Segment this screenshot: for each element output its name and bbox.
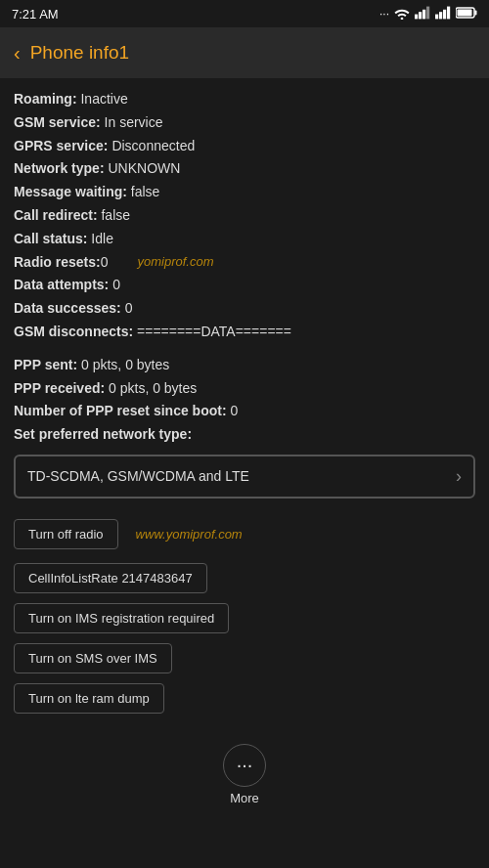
cellinfo-list-rate-button[interactable]: CellInfoListRate 2147483647: [14, 563, 207, 593]
data-attempts-value: 0: [112, 277, 120, 292]
roaming-line: Roaming: Inactive: [14, 88, 475, 111]
svg-rect-10: [475, 10, 477, 15]
call-redirect-value: false: [101, 207, 130, 223]
svg-rect-3: [422, 9, 425, 19]
data-successes-label: Data successes:: [14, 300, 121, 316]
turn-on-lte-ram-dump-button[interactable]: Turn on lte ram dump: [14, 683, 164, 714]
more-section: ··· More: [14, 730, 475, 825]
gprs-service-value: Disconnected: [111, 138, 195, 153]
back-button[interactable]: ‹: [14, 42, 21, 65]
message-waiting-label: Message waiting:: [14, 184, 127, 199]
gprs-service-line: GPRS service: Disconnected: [14, 135, 475, 158]
ims-reg-button-row: Turn on IMS registration required: [14, 598, 475, 638]
ppp-section: PPP sent: 0 pkts, 0 bytes PPP received: …: [14, 354, 475, 447]
watermark2: www.yomiprof.com: [136, 527, 243, 542]
ppp-sent-line: PPP sent: 0 pkts, 0 bytes: [14, 354, 475, 377]
svg-rect-2: [419, 12, 422, 19]
gsm-service-label: GSM service:: [14, 114, 101, 130]
preferred-network-label: Set preferred network type:: [14, 426, 192, 442]
network-type-label: Network type:: [14, 160, 105, 176]
message-waiting-line: Message waiting: false: [14, 181, 475, 204]
ppp-received-value: 0 pkts, 0 bytes: [109, 380, 197, 396]
spacer1: [14, 344, 475, 354]
call-status-label: Call status:: [14, 231, 87, 246]
sms-ims-button-row: Turn on SMS over IMS: [14, 638, 475, 678]
roaming-value: Inactive: [80, 91, 127, 107]
gsm-service-line: GSM service: In service: [14, 111, 475, 135]
radio-resets-label: Radio resets:: [14, 251, 101, 275]
data-attempts-line: Data attempts: 0: [14, 274, 475, 297]
title-bar: ‹ Phone info1: [0, 27, 489, 78]
status-time: 7:21 AM: [12, 7, 59, 22]
buttons-section: Turn off radio www.yomiprof.com CellInfo…: [14, 506, 475, 722]
data-successes-value: 0: [125, 300, 133, 316]
message-waiting-value: false: [131, 184, 160, 199]
svg-rect-11: [458, 9, 472, 16]
ppp-reset-line: Number of PPP reset since boot: 0: [14, 400, 475, 423]
gprs-service-label: GPRS service:: [14, 138, 109, 153]
radio-resets-line: Radio resets: 0 yomiprof.com: [14, 251, 475, 275]
chevron-right-icon: ›: [456, 466, 462, 487]
network-type-value: UNKNOWN: [108, 160, 180, 176]
data-successes-line: Data successes: 0: [14, 297, 475, 321]
watermark1: yomiprof.com: [138, 251, 214, 273]
ppp-sent-label: PPP sent:: [14, 357, 77, 372]
svg-rect-1: [415, 14, 418, 19]
info-section: Roaming: Inactive GSM service: In servic…: [14, 88, 475, 344]
svg-rect-4: [426, 6, 429, 19]
gsm-service-value: In service: [105, 114, 163, 130]
turn-off-radio-button[interactable]: Turn off radio: [14, 519, 118, 549]
preferred-network-line: Set preferred network type:: [14, 423, 475, 447]
more-label: More: [230, 791, 259, 805]
call-redirect-label: Call redirect:: [14, 207, 98, 223]
ppp-reset-label: Number of PPP reset since boot:: [14, 403, 227, 418]
data-attempts-label: Data attempts:: [14, 277, 109, 292]
wifi-icon: [394, 6, 410, 22]
svg-point-0: [401, 17, 404, 19]
svg-rect-8: [447, 6, 450, 19]
turn-on-sms-over-ims-button[interactable]: Turn on SMS over IMS: [14, 643, 172, 673]
more-button[interactable]: ···: [223, 744, 266, 787]
call-redirect-line: Call redirect: false: [14, 204, 475, 228]
status-icons: ···: [379, 6, 477, 22]
ppp-received-line: PPP received: 0 pkts, 0 bytes: [14, 377, 475, 401]
page-title: Phone info1: [30, 42, 129, 64]
ppp-reset-value: 0: [230, 403, 238, 418]
svg-rect-5: [435, 14, 438, 19]
signal-icon: [415, 6, 430, 22]
gsm-disconnects-label: GSM disconnects:: [14, 324, 133, 339]
ppp-received-label: PPP received:: [14, 380, 105, 396]
roaming-label: Roaming:: [14, 91, 77, 107]
gsm-disconnects-value: ========DATA=======: [137, 324, 291, 339]
dots-icon: ···: [379, 7, 389, 21]
status-bar: 7:21 AM ···: [0, 0, 489, 27]
ppp-sent-value: 0 pkts, 0 bytes: [81, 357, 169, 372]
call-status-line: Call status: Idle: [14, 228, 475, 251]
signal2-icon: [435, 6, 451, 22]
battery-icon: [456, 7, 477, 22]
svg-rect-7: [443, 9, 446, 19]
svg-rect-6: [439, 12, 442, 19]
cellinfo-button-row: CellInfoListRate 2147483647: [14, 558, 475, 598]
gsm-disconnects-line: GSM disconnects: ========DATA=======: [14, 321, 475, 344]
lte-ram-button-row: Turn on lte ram dump: [14, 678, 475, 718]
content-area: Roaming: Inactive GSM service: In servic…: [0, 78, 489, 825]
network-type-line: Network type: UNKNOWN: [14, 157, 475, 181]
network-selector-text: TD-SCDMA, GSM/WCDMA and LTE: [27, 468, 456, 484]
radio-resets-value: 0: [101, 251, 109, 275]
network-type-selector[interactable]: TD-SCDMA, GSM/WCDMA and LTE ›: [14, 455, 475, 499]
turn-off-radio-row: Turn off radio www.yomiprof.com: [14, 514, 475, 554]
call-status-value: Idle: [91, 231, 113, 246]
turn-on-ims-registration-button[interactable]: Turn on IMS registration required: [14, 603, 229, 633]
